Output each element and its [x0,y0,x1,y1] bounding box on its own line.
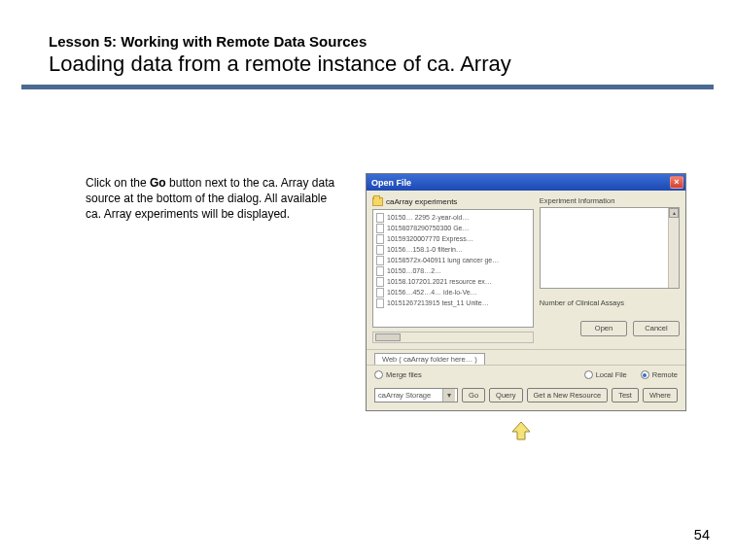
folder-label: caArray experiments [386,197,457,206]
document-icon [376,266,384,276]
list-item: 10158078290750300 Ge… [376,223,530,233]
document-icon [376,288,384,298]
folder-icon [372,197,383,206]
list-item: 10156…158.1-0 filterin… [376,244,530,255]
remote-radio[interactable]: Remote [641,370,678,379]
instruction-bold: Go [150,176,166,190]
vertical-scrollbar[interactable]: ▴ [668,208,679,288]
slide: Lesson 5: Working with Remote Data Sourc… [0,0,735,560]
remote-label: Remote [652,370,678,379]
assay-count-label: Number of Clinical Assays [540,298,680,307]
horizontal-scrollbar[interactable] [372,332,534,343]
where-button[interactable]: Where [643,388,678,402]
local-file-radio[interactable]: Local File [584,370,627,379]
page-title: Loading data from a remote instance of c… [49,52,735,77]
dialog-title: Open File [371,178,411,188]
document-icon [376,256,384,265]
source-tabs: Web ( caArray folder here… ) [367,349,685,365]
folder-row[interactable]: caArray experiments [372,196,534,209]
experiment-info-label: Experiment Information [540,196,680,205]
file-browser-pane: caArray experiments 10150… 2295 2-year-o… [372,196,534,343]
open-button[interactable]: Open [580,321,627,336]
file-list[interactable]: 10150… 2295 2-year-old… 1015807829075030… [372,209,534,328]
instruction-text: Click on the Go button next to the ca. A… [86,175,338,223]
lesson-label: Lesson 5: Working with Remote Data Sourc… [49,33,735,50]
new-resource-button[interactable]: Get a New Resource [527,388,609,402]
list-item: 10158.107201.2021 resource ex… [376,276,530,287]
svg-marker-0 [512,422,530,439]
document-icon [376,224,384,233]
page-number: 54 [694,527,710,542]
cancel-button[interactable]: Cancel [633,321,680,336]
radio-icon [641,370,649,379]
datasource-combo[interactable]: caArray Storage [374,388,458,402]
callout-arrow-icon [510,420,532,441]
checkbox-icon [374,370,383,379]
go-button[interactable]: Go [462,388,485,402]
list-item: 10159320007770 Express… [376,233,530,244]
open-file-dialog: Open File × caArray experiments 10150… 2… [366,173,686,411]
list-item: 10151267213915 test_11 Unite… [376,298,530,308]
document-icon [376,277,384,287]
document-icon [376,298,384,308]
local-label: Local File [596,370,627,379]
dialog-titlebar[interactable]: Open File × [367,174,685,191]
tab-remote[interactable]: Web ( caArray folder here… ) [374,353,485,365]
experiment-info-box: ▴ [540,207,680,289]
header: Lesson 5: Working with Remote Data Sourc… [0,0,735,77]
close-icon[interactable]: × [670,176,683,189]
document-icon [376,213,384,223]
info-pane: Experiment Information ▴ Number of Clini… [540,196,680,343]
list-item: 10150…078…2… [376,265,530,276]
merge-files-checkbox[interactable]: Merge files [374,370,422,379]
scroll-up-icon[interactable]: ▴ [669,208,679,218]
merge-label: Merge files [386,370,422,379]
document-icon [376,245,384,255]
list-item: 10150… 2295 2-year-old… [376,212,530,223]
options-row: Merge files Local File Remote [367,365,685,384]
list-item: 10158572x-040911 lung cancer ge… [376,255,530,265]
instruction-prefix: Click on the [86,176,150,190]
test-button[interactable]: Test [612,388,639,402]
scrollbar-thumb[interactable] [375,333,401,341]
list-item: 10156…452…4… ide-lo-Ve… [376,287,530,298]
document-icon [376,234,384,244]
header-divider [21,85,714,89]
query-button[interactable]: Query [489,388,522,402]
radio-icon [584,370,593,379]
datasource-row: caArray Storage Go Query Get a New Resou… [367,384,685,410]
